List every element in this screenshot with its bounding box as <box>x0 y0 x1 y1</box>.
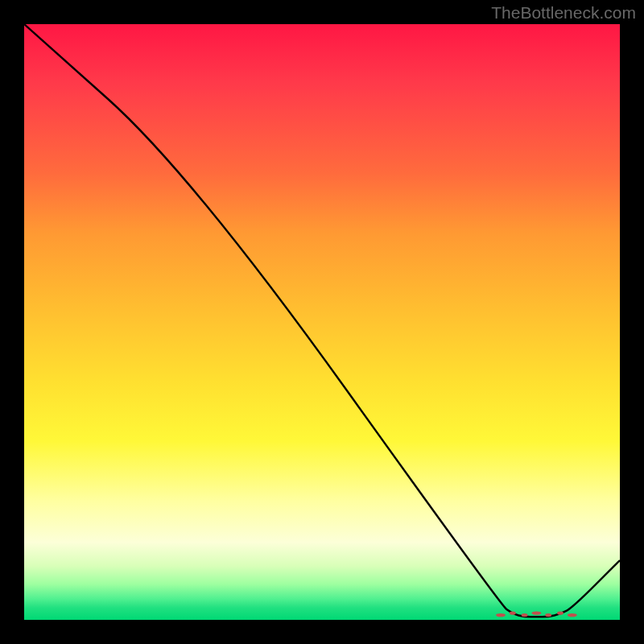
marker-dot <box>545 613 551 617</box>
watermark-text: TheBottleneck.com <box>491 3 636 23</box>
marker-dot <box>522 613 528 617</box>
marker-dot <box>496 613 506 617</box>
marker-dot <box>531 611 541 614</box>
chart-container: TheBottleneck.com <box>0 0 644 644</box>
plot-area <box>24 24 620 620</box>
marker-dot <box>510 611 516 614</box>
bottleneck-line <box>24 24 620 617</box>
curve-svg <box>24 24 620 620</box>
marker-dot <box>568 613 577 617</box>
marker-dot <box>557 611 564 614</box>
